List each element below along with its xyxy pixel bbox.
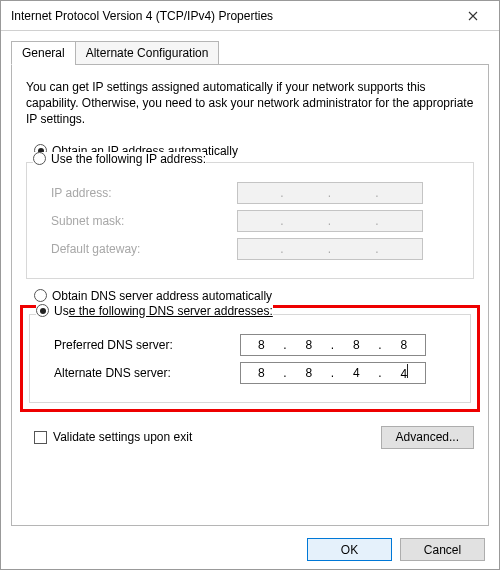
validate-checkbox[interactable] <box>34 431 47 444</box>
close-button[interactable] <box>453 2 493 30</box>
dns-manual-fieldset: Use the following DNS server addresses: … <box>29 314 471 403</box>
tab-alternate[interactable]: Alternate Configuration <box>75 41 220 65</box>
cancel-button[interactable]: Cancel <box>400 538 485 561</box>
ip-address-label: IP address: <box>37 186 237 200</box>
tab-general[interactable]: General <box>11 41 76 65</box>
titlebar: Internet Protocol Version 4 (TCP/IPv4) P… <box>1 1 499 31</box>
close-icon <box>468 11 478 21</box>
default-gateway-label: Default gateway: <box>37 242 237 256</box>
tab-panel-general: You can get IP settings assigned automat… <box>11 64 489 526</box>
client-area: General Alternate Configuration You can … <box>1 31 499 569</box>
dialog-window: Internet Protocol Version 4 (TCP/IPv4) P… <box>0 0 500 570</box>
alternate-dns-label: Alternate DNS server: <box>40 366 240 380</box>
subnet-mask-label: Subnet mask: <box>37 214 237 228</box>
tab-strip: General Alternate Configuration <box>11 41 489 65</box>
tab-general-label: General <box>22 46 65 60</box>
highlight-box: Use the following DNS server addresses: … <box>20 305 480 412</box>
window-title: Internet Protocol Version 4 (TCP/IPv4) P… <box>11 9 453 23</box>
subnet-mask-input: ... <box>237 210 423 232</box>
radio-icon <box>36 304 49 317</box>
cancel-label: Cancel <box>424 543 461 557</box>
radio-dns-auto[interactable]: Obtain DNS server address automatically <box>26 289 474 303</box>
radio-dns-manual[interactable]: Use the following DNS server addresses: <box>36 304 273 318</box>
radio-icon <box>34 289 47 302</box>
radio-icon <box>33 152 46 165</box>
radio-ip-manual[interactable]: Use the following IP address: <box>33 152 206 166</box>
validate-row: Validate settings upon exit Advanced... <box>26 426 474 449</box>
ok-button[interactable]: OK <box>307 538 392 561</box>
intro-text: You can get IP settings assigned automat… <box>26 79 474 128</box>
radio-dns-manual-label: Use the following DNS server addresses: <box>54 304 273 318</box>
ip-manual-fieldset: Use the following IP address: IP address… <box>26 162 474 279</box>
text-caret <box>407 364 408 378</box>
ip-address-input: ... <box>237 182 423 204</box>
advanced-button[interactable]: Advanced... <box>381 426 474 449</box>
dialog-buttons: OK Cancel <box>11 526 489 561</box>
ok-label: OK <box>341 543 358 557</box>
alternate-dns-input[interactable]: 8. 8. 4. 4 <box>240 362 426 384</box>
radio-dns-auto-label: Obtain DNS server address automatically <box>52 289 272 303</box>
radio-ip-manual-label: Use the following IP address: <box>51 152 206 166</box>
tab-alternate-label: Alternate Configuration <box>86 46 209 60</box>
default-gateway-input: ... <box>237 238 423 260</box>
validate-label: Validate settings upon exit <box>53 430 192 444</box>
preferred-dns-label: Preferred DNS server: <box>40 338 240 352</box>
preferred-dns-input[interactable]: 8. 8. 8. 8 <box>240 334 426 356</box>
